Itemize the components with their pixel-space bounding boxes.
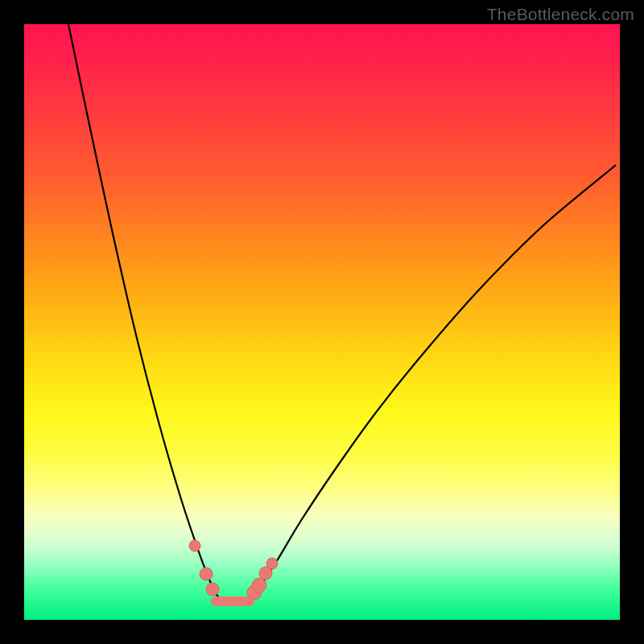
optimal-marker — [247, 585, 262, 600]
optimal-marker — [206, 583, 219, 596]
optimal-range-markers — [189, 540, 278, 601]
optimal-marker — [252, 578, 266, 592]
optimal-marker — [259, 567, 272, 580]
bottleneck-curve-line — [68, 24, 616, 605]
watermark-text: TheBottleneck.com — [487, 5, 634, 24]
chart-plot-area — [24, 24, 620, 620]
bottleneck-curve-svg — [24, 24, 620, 620]
optimal-marker — [266, 558, 278, 569]
optimal-marker — [200, 568, 213, 580]
optimal-marker — [189, 540, 200, 551]
